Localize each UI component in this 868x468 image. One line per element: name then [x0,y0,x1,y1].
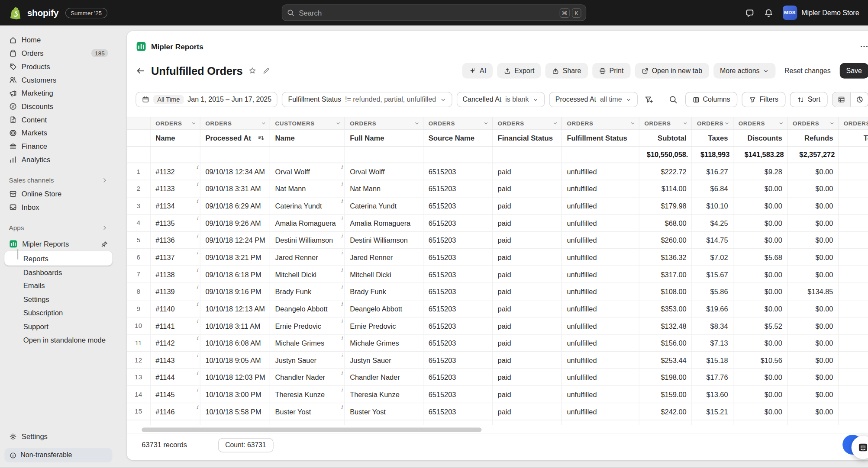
sidebar-item-discounts[interactable]: Discounts [4,99,112,113]
column-header-name[interactable]: Name [270,130,345,146]
drill-down-info-icon[interactable]: i [197,370,198,375]
sidebar-item-markets[interactable]: Markets [4,126,112,140]
add-filter-icon[interactable] [645,95,653,104]
column-group-header[interactable]: ORDERS [639,117,692,129]
count-button[interactable]: Count: 63731 [218,438,274,452]
share-button[interactable]: Share [545,63,588,79]
drill-down-info-icon[interactable]: i [341,353,343,359]
column-header-full-name[interactable]: Full Name [345,130,424,146]
drill-down-info-icon[interactable]: i [341,250,343,256]
ai-button[interactable]: AI [462,63,493,79]
filter-processed-at[interactable]: Processed Atall time [549,92,638,107]
save-button[interactable]: Save [839,63,868,79]
more-options-icon[interactable] [860,42,868,51]
column-group-header[interactable]: ORDERS [151,117,200,129]
drill-down-info-icon[interactable]: i [341,199,343,204]
sort-button[interactable]: Sort [790,92,828,107]
drill-down-info-icon[interactable]: i [341,284,343,290]
column-group-header[interactable]: ORDERS [692,117,733,129]
pin-icon[interactable] [101,240,108,248]
sidebar-item-marketing[interactable]: Marketing [4,86,112,99]
column-group-header[interactable]: ORDERS [733,117,787,129]
sort-indicator-icon[interactable] [258,135,265,142]
print-button[interactable]: Print [592,63,630,79]
drill-down-info-icon[interactable]: i [197,181,198,187]
filters-button[interactable]: Filters [742,92,785,107]
date-range-filter[interactable]: All Time Jan 1, 2015 – Jun 17, 2025 [136,92,278,107]
column-group-header[interactable]: ORDERS [200,117,270,129]
drill-down-info-icon[interactable]: i [197,216,198,221]
sidebar-item-subscription[interactable]: Subscription [4,306,112,320]
drill-down-info-icon[interactable]: i [341,336,343,341]
drill-down-info-icon[interactable]: i [341,404,343,410]
horizontal-scrollbar[interactable] [142,427,481,432]
shopify-logo-icon[interactable] [9,6,23,19]
drill-down-info-icon[interactable]: i [197,336,198,341]
drill-down-info-icon[interactable]: i [197,387,198,393]
chat-launcher[interactable] [852,436,868,459]
column-group-header[interactable]: ORDERS [839,117,868,129]
drill-down-info-icon[interactable]: i [341,387,343,393]
notifications-icon[interactable] [764,8,773,18]
sidebar-item-settings[interactable]: Settings [4,430,112,444]
column-group-header[interactable]: ORDERS [788,117,839,129]
column-group-header[interactable]: ORDERS [423,117,493,129]
column-header-source-name[interactable]: Source Name [423,130,493,146]
drill-down-info-icon[interactable]: i [197,164,198,170]
drill-down-info-icon[interactable]: i [197,267,198,273]
filter-fulfillment-status[interactable]: Fulfillment Status!= refunded, partial, … [282,92,452,107]
chart-view-button[interactable] [850,93,868,107]
drill-down-info-icon[interactable]: i [197,353,198,359]
table-view-button[interactable] [833,93,850,107]
more-actions-button[interactable]: More actions [713,63,776,79]
favorite-button[interactable] [248,66,257,75]
drill-down-info-icon[interactable]: i [341,164,343,170]
drill-down-info-icon[interactable]: i [341,267,343,273]
sidebar-item-finance[interactable]: Finance [4,139,112,153]
column-header-financial-status[interactable]: Financial Status [493,130,562,146]
drill-down-info-icon[interactable]: i [197,301,198,307]
sidebar-item-dashboards[interactable]: Dashboards [4,266,112,279]
column-header-name[interactable]: Name [151,130,200,146]
drill-down-info-icon[interactable]: i [341,181,343,187]
column-group-header[interactable]: ORDERS [493,117,562,129]
sidebar-item-online-store[interactable]: Online Store [4,187,112,200]
store-menu[interactable]: MDS Mipler Demo Store [783,6,859,20]
sidebar-item-open-in-standalone-mode[interactable]: Open in standalone mode [4,333,112,346]
rename-button[interactable] [263,67,271,75]
sidebar-item-orders[interactable]: Orders185 [4,46,112,60]
drill-down-info-icon[interactable]: i [341,301,343,307]
sidebar-item-reports[interactable]: Reports [4,251,112,266]
drill-down-info-icon[interactable]: i [197,284,198,290]
filter-cancelled-at[interactable]: Cancelled Atis blank [456,92,545,107]
table-search-icon[interactable] [668,95,677,104]
reset-changes-button[interactable]: Reset changes [780,63,835,79]
global-search-input[interactable]: Search ⌘K [282,4,586,21]
drill-down-info-icon[interactable]: i [197,199,198,204]
column-header-fulfillment-status[interactable]: Fulfillment Status [562,130,639,146]
drill-down-info-icon[interactable]: i [197,233,198,238]
column-group-header[interactable]: ORDERS [562,117,639,129]
back-button[interactable] [136,66,145,76]
apps-header[interactable]: Apps [4,221,112,234]
drill-down-info-icon[interactable]: i [197,404,198,410]
column-group-header[interactable]: ORDERS [345,117,424,129]
column-header-processed-at[interactable]: Processed At [200,130,270,146]
drill-down-info-icon[interactable]: i [341,319,343,324]
alerts-icon[interactable] [745,8,755,18]
sidebar-item-mipler-reports[interactable]: Mipler Reports [4,237,112,251]
drill-down-info-icon[interactable]: i [341,370,343,375]
column-header-refunds[interactable]: Refunds [788,130,839,146]
export-button[interactable]: Export [497,63,541,79]
drill-down-info-icon[interactable]: i [197,250,198,256]
column-header-subtotal[interactable]: Subtotal [639,130,692,146]
sidebar-item-settings[interactable]: Settings [4,292,112,306]
drill-down-info-icon[interactable]: i [341,233,343,238]
column-group-header[interactable]: CUSTOMERS [270,117,345,129]
sales-channels-header[interactable]: Sales channels [4,174,112,187]
open-in-new-tab-button[interactable]: Open in new tab [635,63,709,79]
columns-button[interactable]: Columns [685,92,738,107]
column-header-to[interactable]: To [839,130,868,146]
drill-down-info-icon[interactable]: i [197,319,198,324]
column-header-taxes[interactable]: Taxes [692,130,733,146]
